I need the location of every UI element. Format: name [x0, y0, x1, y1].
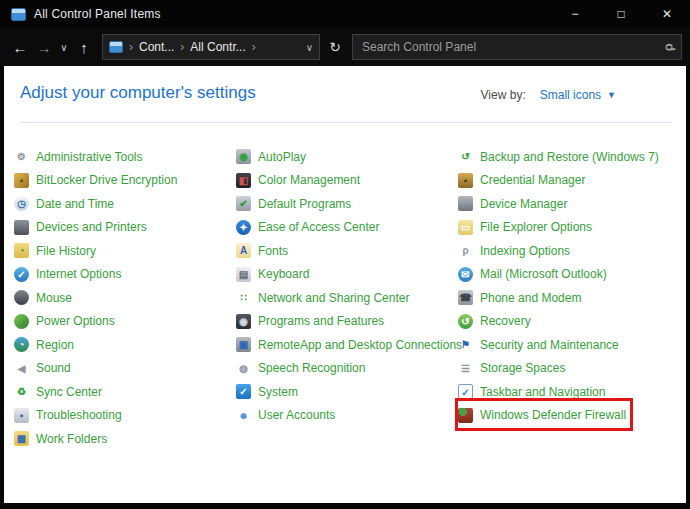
item-label: Network and Sharing Center [258, 291, 409, 305]
address-dropdown-chevron-icon[interactable]: ∨ [306, 42, 315, 53]
mouse-icon [14, 290, 29, 305]
item-recovery[interactable]: ↺Recovery [458, 310, 684, 334]
breadcrumb-separator: › [246, 40, 262, 54]
maximize-button[interactable]: □ [598, 0, 644, 28]
item-label: System [258, 385, 298, 399]
title-bar: All Control Panel Items − □ ✕ [0, 0, 690, 28]
view-by-label: View by: [481, 88, 526, 102]
devices-and-printers-icon [14, 220, 29, 235]
up-button[interactable]: ↑ [72, 39, 96, 56]
item-credential-manager[interactable]: ▪Credential Manager [458, 169, 684, 193]
item-mail-microsoft-outlook[interactable]: ✉Mail (Microsoft Outlook) [458, 263, 684, 287]
item-label: Phone and Modem [480, 291, 581, 305]
item-label: BitLocker Drive Encryption [36, 173, 177, 187]
item-label: Work Folders [36, 432, 107, 446]
item-color-management[interactable]: ◧Color Management [236, 169, 456, 193]
item-device-manager[interactable]: Device Manager [458, 192, 684, 216]
item-fonts[interactable]: AFonts [236, 239, 456, 263]
item-keyboard[interactable]: ▤Keyboard [236, 263, 456, 287]
item-programs-and-features[interactable]: ◉Programs and Features [236, 310, 456, 334]
sound-icon: ◀ [14, 361, 29, 376]
item-windows-defender-firewall[interactable]: Windows Defender Firewall [458, 404, 684, 428]
item-phone-and-modem[interactable]: ☎Phone and Modem [458, 286, 684, 310]
item-system[interactable]: ✓System [236, 380, 456, 404]
credential-manager-icon: ▪ [458, 173, 473, 188]
header-separator [20, 122, 672, 123]
item-file-history[interactable]: ◔File History [14, 239, 234, 263]
address-bar[interactable]: › Cont... › All Contr... › ∨ [102, 34, 320, 60]
item-storage-spaces[interactable]: ☰Storage Spaces [458, 357, 684, 381]
work-folders-icon: ▦ [14, 431, 29, 446]
item-sync-center[interactable]: ♻Sync Center [14, 380, 234, 404]
item-label: Keyboard [258, 267, 309, 281]
items-column-1: ⚙Administrative Tools▪BitLocker Drive En… [14, 145, 234, 451]
item-label: Region [36, 338, 74, 352]
control-panel-icon [109, 41, 123, 53]
breadcrumb-all-items[interactable]: All Contr... [190, 40, 245, 54]
recent-pages-chevron-icon[interactable]: ∨ [56, 42, 72, 53]
item-indexing-options[interactable]: ρIndexing Options [458, 239, 684, 263]
sync-center-icon: ♻ [14, 384, 29, 399]
item-file-explorer-options[interactable]: ▭File Explorer Options [458, 216, 684, 240]
item-taskbar-and-navigation[interactable]: ✓Taskbar and Navigation [458, 380, 684, 404]
remoteapp-and-desktop-connections-icon: ▣ [236, 337, 251, 352]
item-user-accounts[interactable]: ☻User Accounts [236, 404, 456, 428]
item-date-and-time[interactable]: ◷Date and Time [14, 192, 234, 216]
backup-and-restore-windows-7-icon: ↺ [458, 149, 473, 164]
search-input[interactable] [362, 40, 664, 54]
back-button[interactable]: ← [8, 39, 32, 56]
item-label: Backup and Restore (Windows 7) [480, 150, 659, 164]
recovery-icon: ↺ [458, 314, 473, 329]
breadcrumb-control-panel[interactable]: Cont... [139, 40, 174, 54]
item-label: Administrative Tools [36, 150, 143, 164]
item-security-and-maintenance[interactable]: ⚑Security and Maintenance [458, 333, 684, 357]
view-by-control: View by: Small icons ▼ [481, 88, 616, 102]
windows-defender-firewall-icon [458, 408, 473, 423]
item-label: Device Manager [480, 197, 567, 211]
item-remoteapp-and-desktop-connections[interactable]: ▣RemoteApp and Desktop Connections [236, 333, 456, 357]
ease-of-access-center-icon: ✦ [236, 220, 251, 235]
item-default-programs[interactable]: ✔Default Programs [236, 192, 456, 216]
item-power-options[interactable]: Power Options [14, 310, 234, 334]
page-title: Adjust your computer's settings [20, 83, 256, 103]
bitlocker-drive-encryption-icon: ▪ [14, 173, 29, 188]
item-label: Ease of Access Center [258, 220, 379, 234]
region-icon: ◔ [14, 337, 29, 352]
item-label: AutoPlay [258, 150, 306, 164]
search-icon[interactable]: ρ [660, 42, 676, 51]
item-bitlocker-drive-encryption[interactable]: ▪BitLocker Drive Encryption [14, 169, 234, 193]
breadcrumb-separator: › [174, 40, 190, 54]
item-work-folders[interactable]: ▦Work Folders [14, 427, 234, 451]
speech-recognition-icon: ◍ [236, 361, 251, 376]
device-manager-icon [458, 196, 473, 211]
forward-button[interactable]: → [32, 39, 56, 56]
view-by-dropdown-icon[interactable]: ▼ [607, 90, 616, 100]
item-label: File History [36, 244, 96, 258]
item-internet-options[interactable]: ✓Internet Options [14, 263, 234, 287]
item-region[interactable]: ◔Region [14, 333, 234, 357]
close-button[interactable]: ✕ [644, 0, 690, 28]
item-mouse[interactable]: Mouse [14, 286, 234, 310]
item-backup-and-restore-windows-7[interactable]: ↺Backup and Restore (Windows 7) [458, 145, 684, 169]
item-sound[interactable]: ◀Sound [14, 357, 234, 381]
item-label: Security and Maintenance [480, 338, 619, 352]
item-troubleshooting[interactable]: ▪Troubleshooting [14, 404, 234, 428]
minimize-button[interactable]: − [552, 0, 598, 28]
item-speech-recognition[interactable]: ◍Speech Recognition [236, 357, 456, 381]
color-management-icon: ◧ [236, 173, 251, 188]
window-controls: − □ ✕ [552, 0, 690, 28]
internet-options-icon: ✓ [14, 267, 29, 282]
phone-and-modem-icon: ☎ [458, 290, 473, 305]
search-box: ρ [352, 34, 682, 60]
item-autoplay[interactable]: ◉AutoPlay [236, 145, 456, 169]
item-label: File Explorer Options [480, 220, 592, 234]
item-administrative-tools[interactable]: ⚙Administrative Tools [14, 145, 234, 169]
breadcrumb-separator: › [123, 40, 139, 54]
administrative-tools-icon: ⚙ [14, 149, 29, 164]
item-ease-of-access-center[interactable]: ✦Ease of Access Center [236, 216, 456, 240]
view-by-value[interactable]: Small icons [540, 88, 601, 102]
item-devices-and-printers[interactable]: Devices and Printers [14, 216, 234, 240]
item-label: Taskbar and Navigation [480, 385, 605, 399]
refresh-icon[interactable]: ↻ [320, 39, 350, 55]
item-network-and-sharing-center[interactable]: ∷Network and Sharing Center [236, 286, 456, 310]
